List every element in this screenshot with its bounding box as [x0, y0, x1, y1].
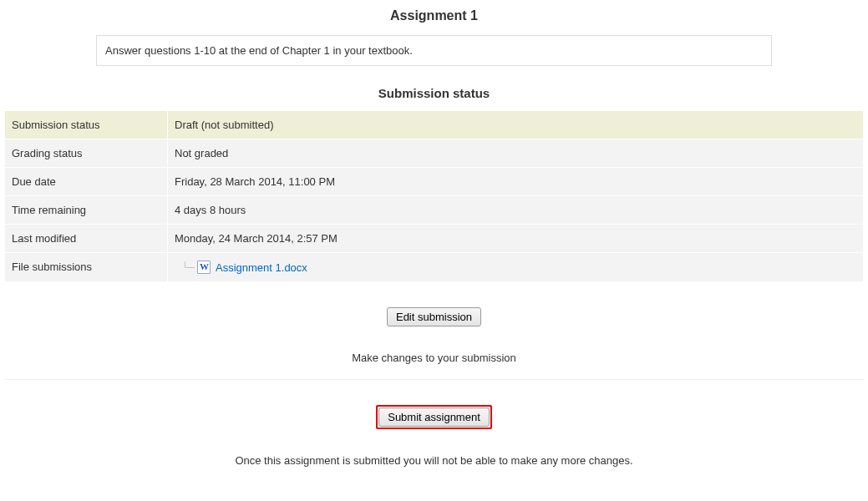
table-row: Grading status Not graded [5, 139, 864, 168]
row-value: Draft (not submitted) [168, 111, 864, 139]
edit-submission-hint: Make changes to your submission [4, 352, 864, 364]
page-title: Assignment 1 [0, 8, 868, 23]
submit-assignment-section: Submit assignment Once this assignment i… [4, 380, 864, 482]
table-row: Last modified Monday, 24 March 2014, 2:5… [5, 225, 864, 253]
word-document-icon [197, 261, 211, 274]
row-label: Grading status [5, 139, 168, 168]
file-link[interactable]: Assignment 1.docx [216, 261, 307, 274]
row-value: └─ Assignment 1.docx [168, 253, 864, 282]
edit-submission-section: Edit submission Make changes to your sub… [4, 282, 864, 380]
table-row: Due date Friday, 28 March 2014, 11:00 PM [5, 168, 864, 196]
row-value: Monday, 24 March 2014, 2:57 PM [168, 225, 864, 253]
row-label: Due date [5, 168, 168, 196]
row-value: Friday, 28 March 2014, 11:00 PM [168, 168, 864, 196]
tree-connector-icon: └─ [181, 261, 194, 273]
row-label: Last modified [5, 225, 168, 253]
row-label: Time remaining [5, 196, 168, 225]
row-value: 4 days 8 hours [168, 196, 864, 225]
row-label: Submission status [5, 111, 168, 139]
row-label: File submissions [5, 253, 168, 282]
row-value: Not graded [168, 139, 864, 168]
assignment-description: Answer questions 1-10 at the end of Chap… [96, 35, 772, 66]
edit-submission-button[interactable]: Edit submission [387, 307, 481, 326]
table-row: Time remaining 4 days 8 hours [5, 196, 864, 225]
table-row: Submission status Draft (not submitted) [5, 111, 864, 139]
submit-assignment-hint: Once this assignment is submitted you wi… [4, 454, 864, 467]
submit-assignment-button[interactable]: Submit assignment [378, 407, 490, 427]
table-row: File submissions └─ Assignment 1.docx [5, 253, 864, 282]
submission-status-heading: Submission status [0, 86, 868, 100]
submit-button-highlight: Submit assignment [376, 405, 492, 429]
submission-status-table: Submission status Draft (not submitted) … [4, 110, 864, 282]
